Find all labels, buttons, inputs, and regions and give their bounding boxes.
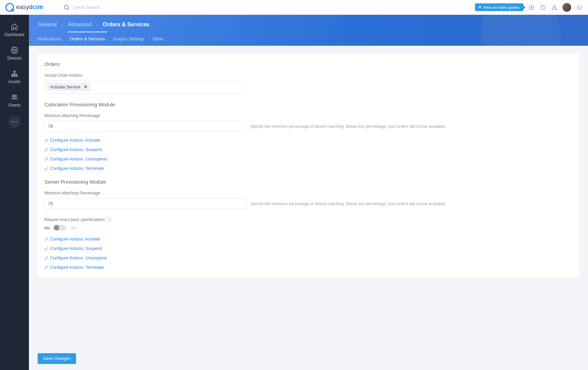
- link-label: Configure Actions: Suspend: [50, 246, 102, 251]
- gear-icon: [11, 46, 18, 54]
- server-link-unsuspend[interactable]: Configure Actions: Unsuspend: [44, 256, 573, 260]
- exact-parts-label-row: Require exact parts specifications ?: [44, 217, 573, 222]
- breadcrumb-general[interactable]: General: [38, 22, 57, 28]
- breadcrumb-advanced[interactable]: Advanced: [68, 22, 92, 28]
- sidebar-item-devices[interactable]: Devices: [0, 42, 29, 65]
- header-right: ✕ View our video guides: [475, 3, 583, 12]
- link-icon: [44, 139, 48, 142]
- search-input[interactable]: [73, 5, 141, 10]
- chevron-right-icon: ›: [97, 22, 98, 27]
- sidebar-item-label: Devices: [7, 56, 22, 61]
- chip-activate-service: Activate Service ✕: [47, 83, 91, 91]
- server-link-activate[interactable]: Configure Actions: Activate: [44, 237, 573, 242]
- svg-point-13: [12, 95, 14, 97]
- link-label: Configure Actions: Suspend: [50, 147, 102, 152]
- colo-min-percentage-input[interactable]: [44, 121, 246, 132]
- svg-rect-11: [14, 75, 15, 77]
- users-icon: [11, 94, 18, 101]
- logo-text-left: easy: [16, 4, 29, 10]
- avatar[interactable]: [562, 3, 571, 12]
- svg-point-8: [13, 49, 15, 51]
- chip-remove-icon[interactable]: ✕: [84, 84, 87, 89]
- colo-link-unsuspend[interactable]: Configure Actions: Unsuspend: [44, 157, 573, 161]
- link-label: Configure Actions: Activate: [50, 237, 100, 242]
- colo-min-percentage-label: Minimum Matching Percentage: [44, 113, 573, 118]
- content: Orders Accept Order Actions Activate Ser…: [29, 46, 588, 347]
- link-icon: [44, 266, 48, 269]
- sidebar-item-label: Clients: [8, 103, 21, 108]
- exact-parts-toggle-row: No Yes: [44, 225, 573, 231]
- link-label: Configure Actions: Activate: [50, 138, 100, 143]
- assets-icon: [11, 70, 18, 77]
- section-title-orders: Orders: [44, 61, 573, 67]
- logo-icon: [5, 3, 14, 12]
- svg-line-1: [68, 8, 69, 10]
- link-icon: [44, 148, 48, 152]
- home-icon: [11, 23, 18, 30]
- warning-icon[interactable]: [551, 4, 558, 11]
- svg-point-0: [64, 5, 68, 9]
- settings-card: Orders Accept Order Actions Activate Ser…: [38, 54, 579, 277]
- svg-point-14: [15, 95, 17, 97]
- server-min-percentage-input[interactable]: [44, 198, 246, 209]
- sidebar-item-dashboard[interactable]: Dashboard: [0, 19, 29, 41]
- link-icon: [44, 157, 48, 161]
- section-title-colocation: Colocation Provisioning Module: [44, 102, 573, 107]
- link-icon: [44, 237, 48, 241]
- sidebar-item-label: Dashboard: [5, 32, 25, 37]
- toggle-knob: [54, 225, 59, 230]
- svg-rect-10: [12, 75, 13, 77]
- link-icon: [44, 167, 48, 171]
- exact-parts-label: Require exact parts specifications: [44, 217, 105, 222]
- svg-rect-12: [16, 75, 17, 77]
- colo-link-activate[interactable]: Configure Actions: Activate: [44, 138, 573, 143]
- sidebar: Dashboard Devices Assets Clients •••: [0, 0, 29, 370]
- search-wrap: [63, 4, 141, 11]
- link-icon: [44, 256, 48, 260]
- play-icon[interactable]: [528, 4, 535, 11]
- tabs: Notifications Orders & Services Graphs S…: [29, 33, 588, 46]
- logo-text-right: dcim: [29, 4, 43, 10]
- svg-rect-9: [14, 71, 15, 72]
- video-guides-badge[interactable]: ✕ View our video guides: [475, 3, 523, 11]
- info-icon[interactable]: [540, 4, 546, 11]
- colo-min-percentage-hint: Specify the minimum percentage of device…: [250, 124, 446, 129]
- server-link-terminate[interactable]: Configure Actions: Terminate: [44, 265, 573, 270]
- tab-graphs-settings[interactable]: Graphs Settings: [113, 33, 144, 46]
- toggle-yes-label: Yes: [70, 225, 77, 230]
- logo[interactable]: easydcim: [5, 3, 43, 12]
- logo-text: easydcim: [16, 4, 43, 11]
- exact-parts-toggle[interactable]: [53, 225, 66, 231]
- power-icon[interactable]: [576, 4, 583, 11]
- top-header: easydcim ✕ View our video guides: [0, 0, 588, 15]
- server-min-percentage-label: Minimum Matching Percentage: [44, 191, 573, 195]
- help-icon[interactable]: ?: [107, 217, 111, 222]
- colo-link-suspend[interactable]: Configure Actions: Suspend: [44, 147, 573, 152]
- footer: Save Changes: [29, 347, 588, 370]
- tab-other[interactable]: Other: [153, 33, 164, 46]
- colo-link-terminate[interactable]: Configure Actions: Terminate: [44, 166, 573, 171]
- sidebar-item-assets[interactable]: Assets: [0, 66, 29, 88]
- sidebar-more-button[interactable]: •••: [8, 116, 21, 128]
- search-icon: [63, 4, 70, 11]
- close-icon[interactable]: ✕: [478, 5, 481, 9]
- tab-orders-services[interactable]: Orders & Services: [70, 33, 105, 46]
- section-title-server: Server Provisioning Module: [44, 179, 573, 185]
- video-badge-label: View our video guides: [483, 5, 519, 9]
- server-min-percentage-hint: Specify the minimum percentage of device…: [250, 201, 446, 206]
- link-label: Configure Actions: Terminate: [50, 166, 104, 171]
- colo-links: Configure Actions: Activate Configure Ac…: [44, 138, 573, 171]
- breadcrumb-current: Orders & Services: [103, 22, 149, 28]
- more-icon: •••: [11, 119, 18, 124]
- sidebar-item-clients[interactable]: Clients: [0, 89, 29, 112]
- accept-order-actions-label: Accept Order Actions: [44, 73, 573, 78]
- tab-notifications[interactable]: Notifications: [38, 33, 62, 46]
- server-link-suspend[interactable]: Configure Actions: Suspend: [44, 246, 573, 251]
- svg-point-5: [543, 6, 543, 6]
- save-button[interactable]: Save Changes: [38, 353, 76, 364]
- main: General › Advanced › Orders & Services N…: [29, 15, 588, 370]
- chip-label: Activate Service: [50, 85, 80, 89]
- svg-point-7: [554, 8, 554, 9]
- accept-order-actions-input[interactable]: Activate Service ✕: [44, 80, 246, 94]
- sidebar-item-label: Assets: [8, 79, 21, 84]
